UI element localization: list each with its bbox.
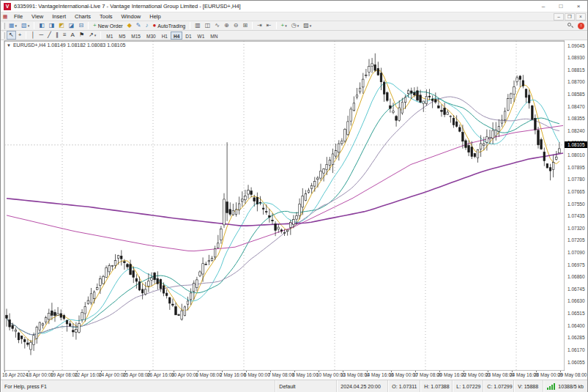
timeframe-m5[interactable]: M5 xyxy=(116,32,128,40)
periods-button[interactable]: ◷▾ xyxy=(289,21,302,30)
trendline-tool[interactable]: ╱ xyxy=(45,31,53,40)
arrow-tool[interactable]: ⚑ xyxy=(77,31,86,40)
toolbar-separator xyxy=(34,22,34,29)
menu-file[interactable]: File xyxy=(10,12,27,21)
child-restore-button[interactable]: ❐ xyxy=(565,13,575,21)
time-axis-label: 29 May 08:00 xyxy=(558,372,587,377)
toolbar-separator xyxy=(276,22,277,29)
new-chart-icon: ▦ xyxy=(9,22,15,29)
toolbar-grip[interactable] xyxy=(2,23,5,29)
menu-insert[interactable]: Insert xyxy=(48,12,70,21)
status-profile[interactable]: Default xyxy=(275,380,337,392)
horizontal-line-tool[interactable]: ─ xyxy=(37,31,45,40)
time-axis[interactable]: 16 Apr 202418 Apr 00:0019 Apr 08:0022 Ap… xyxy=(1,371,587,380)
channel-tool[interactable]: ∥ xyxy=(53,31,61,40)
crosshair-tool: + xyxy=(18,32,22,39)
price-axis-label: 1.08470 xyxy=(567,104,585,109)
navigator-button[interactable]: ◩ xyxy=(56,21,67,30)
timeframe-d1[interactable]: D1 xyxy=(182,32,194,40)
print-button[interactable]: ✎ xyxy=(134,21,144,30)
time-axis-label: 7 May 08:00 xyxy=(268,372,294,377)
sounds-button[interactable]: ♪ xyxy=(143,21,150,30)
close-button[interactable]: × xyxy=(570,1,587,12)
market-watch-button[interactable]: ◧ xyxy=(37,21,47,30)
time-axis-label: 19 Apr 08:00 xyxy=(51,372,78,377)
time-axis-label: 16 Apr 2024 xyxy=(2,372,28,377)
profiles-icon: ▧ xyxy=(21,22,27,29)
zoom-in-button[interactable]: ⊕ xyxy=(222,21,231,30)
strategy-tester-button[interactable]: ⊟ xyxy=(76,21,86,30)
chart-candles-button[interactable]: ◫ xyxy=(203,21,213,30)
timeframe-h1[interactable]: H1 xyxy=(159,32,171,40)
connection-speed: 10388/5 kb xyxy=(558,384,584,389)
child-minimize-button[interactable]: – xyxy=(554,13,564,21)
toolbar-grip2[interactable] xyxy=(2,32,5,39)
timeframe-h4[interactable]: H4 xyxy=(171,32,182,40)
price-axis-label: 1.07895 xyxy=(567,165,585,170)
fibonacci-tool[interactable]: ≡ xyxy=(61,31,69,40)
timeframe-m15[interactable]: M15 xyxy=(128,32,144,40)
profiles-button[interactable]: ▧▾ xyxy=(19,21,31,30)
child-close-button[interactable]: × xyxy=(576,13,586,21)
timeframe-m1[interactable]: M1 xyxy=(103,32,116,40)
data-window-button[interactable]: ◨ xyxy=(47,21,57,30)
timeframe-m30[interactable]: M30 xyxy=(144,32,159,40)
strategy-tester-icon: ⊟ xyxy=(78,22,83,29)
vertical-line-tool: │ xyxy=(31,32,34,39)
chart-symbol-header: ▼EURUSD+,H4 1.08149 1.08182 1.08083 1.08… xyxy=(7,42,126,48)
menu-charts[interactable]: Charts xyxy=(70,12,95,21)
time-axis-label: 25 Apr 08:00 xyxy=(123,372,150,377)
chart-bars-button[interactable]: ▥ xyxy=(193,21,203,30)
time-axis-label: 6 May 00:00 xyxy=(244,372,270,377)
maximize-button[interactable]: □ xyxy=(552,1,570,12)
templates-button[interactable]: ▨▾ xyxy=(301,21,313,30)
chart-shift-icon: ⇤ xyxy=(267,22,272,29)
text-tool[interactable]: A xyxy=(69,31,77,40)
auto-scroll-button[interactable]: ⇥ xyxy=(255,21,264,30)
toolbar-separator xyxy=(26,32,26,39)
chart-bars-icon: ▥ xyxy=(195,22,201,29)
one-click-trading-icon[interactable]: ▼ xyxy=(7,43,11,48)
vertical-line-tool[interactable]: │ xyxy=(29,31,37,40)
chart-line-button[interactable]: ∿ xyxy=(212,21,222,30)
menu-window[interactable]: Window xyxy=(117,12,146,21)
timeframe-w1[interactable]: W1 xyxy=(195,32,208,40)
search-icon[interactable] xyxy=(567,23,573,29)
timeframe-mn[interactable]: MN xyxy=(207,32,220,40)
ma-violet xyxy=(7,153,563,226)
chevron-down-icon: ▾ xyxy=(15,23,18,28)
metaeditor-button[interactable]: ◆ xyxy=(125,21,134,30)
chevron-down-icon: ▾ xyxy=(297,23,299,28)
horizontal-line-tool: ─ xyxy=(39,32,43,39)
price-axis-label: 1.08930 xyxy=(567,55,585,60)
tile-windows-button[interactable]: ⊞ xyxy=(240,21,250,30)
autotrading-button-label: AutoTrading xyxy=(157,23,185,29)
cursor-tool[interactable]: ↖ xyxy=(7,31,16,40)
autotrading-button[interactable]: ●AutoTrading xyxy=(150,21,187,30)
chart-line-icon: ∿ xyxy=(215,22,220,29)
price-axis-label: 1.07320 xyxy=(567,226,585,231)
zoom-out-button[interactable]: ⊖ xyxy=(231,21,241,30)
crosshair-tool[interactable]: + xyxy=(16,31,24,40)
price-axis-label: 1.08700 xyxy=(567,79,585,84)
tile-windows-icon: ⊞ xyxy=(242,22,248,29)
chart-system-menu-icon[interactable]: ▦ xyxy=(1,14,10,20)
indicators-button[interactable]: +▾ xyxy=(279,21,289,30)
menu-view[interactable]: View xyxy=(27,12,48,21)
notifications-icon[interactable]: ! xyxy=(578,23,584,29)
new-chart-button[interactable]: ▦▾ xyxy=(7,21,19,30)
chart-shift-button[interactable]: ⇤ xyxy=(264,21,274,30)
menu-help[interactable]: Help xyxy=(145,12,165,21)
time-axis-label: 8 May 16:00 xyxy=(292,372,319,377)
fibonacci-tool: ≡ xyxy=(63,32,67,39)
terminal-button[interactable]: ◪ xyxy=(67,21,77,30)
new-order-button-label: New Order xyxy=(98,23,123,29)
menu-tools[interactable]: Tools xyxy=(95,12,117,21)
new-order-button[interactable]: +New Order xyxy=(91,21,125,30)
shapes-tool[interactable]: ↗▾ xyxy=(86,31,98,40)
minimize-button[interactable]: – xyxy=(535,1,552,12)
price-axis[interactable]: 1.090451.089301.088151.087001.085851.084… xyxy=(565,40,587,371)
time-axis-label: 24 Apr 00:00 xyxy=(99,372,126,377)
chart-window[interactable]: ▼EURUSD+,H4 1.08149 1.08182 1.08083 1.08… xyxy=(1,40,587,380)
price-axis-label: 1.06170 xyxy=(567,347,585,352)
